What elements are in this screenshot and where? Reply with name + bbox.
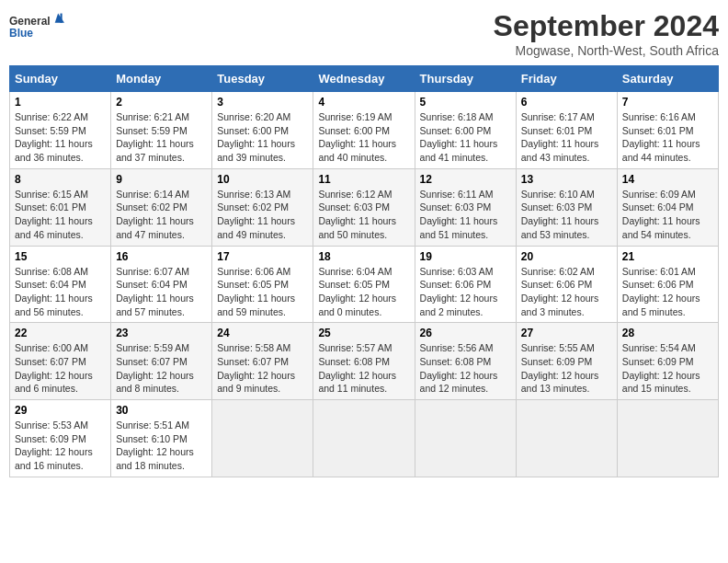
- header-wednesday: Wednesday: [313, 66, 415, 92]
- generalblue-logo-icon: General Blue: [9, 9, 64, 46]
- day-number: 18: [318, 250, 409, 263]
- calendar-cell: 27 Sunrise: 5:55 AMSunset: 6:09 PMDaylig…: [516, 323, 617, 400]
- day-number: 15: [15, 250, 106, 263]
- day-info: Sunrise: 6:02 AMSunset: 6:06 PMDaylight:…: [521, 266, 599, 317]
- svg-text:Blue: Blue: [9, 27, 33, 40]
- day-info: Sunrise: 6:09 AMSunset: 6:04 PMDaylight:…: [622, 189, 700, 240]
- day-number: 28: [622, 327, 713, 339]
- calendar-cell: 29 Sunrise: 5:53 AMSunset: 6:09 PMDaylig…: [10, 400, 111, 477]
- day-number: 1: [15, 96, 106, 109]
- calendar-cell: [617, 400, 718, 477]
- calendar-cell: [313, 400, 415, 477]
- calendar-cell: 21 Sunrise: 6:01 AMSunset: 6:06 PMDaylig…: [617, 246, 718, 323]
- day-info: Sunrise: 6:11 AMSunset: 6:03 PMDaylight:…: [420, 189, 498, 240]
- calendar-week-row: 22 Sunrise: 6:00 AMSunset: 6:07 PMDaylig…: [10, 323, 719, 400]
- day-info: Sunrise: 6:19 AMSunset: 6:00 PMDaylight:…: [318, 111, 396, 163]
- day-info: Sunrise: 5:57 AMSunset: 6:08 PMDaylight:…: [318, 342, 396, 394]
- day-number: 9: [116, 173, 207, 186]
- svg-marker-2: [55, 14, 64, 23]
- calendar-cell: 10 Sunrise: 6:13 AMSunset: 6:02 PMDaylig…: [212, 168, 313, 246]
- svg-text:General: General: [9, 15, 51, 28]
- day-number: 5: [420, 96, 511, 109]
- day-info: Sunrise: 6:12 AMSunset: 6:03 PMDaylight:…: [318, 189, 396, 240]
- page-subtitle: Mogwase, North-West, South Africa: [494, 43, 719, 58]
- day-number: 30: [116, 404, 207, 417]
- day-info: Sunrise: 6:01 AMSunset: 6:06 PMDaylight:…: [622, 266, 700, 317]
- calendar-cell: 30 Sunrise: 5:51 AMSunset: 6:10 PMDaylig…: [111, 400, 212, 477]
- calendar-cell: 14 Sunrise: 6:09 AMSunset: 6:04 PMDaylig…: [617, 168, 718, 246]
- calendar-cell: 19 Sunrise: 6:03 AMSunset: 6:06 PMDaylig…: [415, 246, 516, 323]
- day-info: Sunrise: 5:56 AMSunset: 6:08 PMDaylight:…: [420, 342, 498, 394]
- day-number: 17: [217, 250, 308, 263]
- calendar-week-row: 15 Sunrise: 6:08 AMSunset: 6:04 PMDaylig…: [10, 246, 719, 323]
- calendar-cell: 26 Sunrise: 5:56 AMSunset: 6:08 PMDaylig…: [415, 323, 516, 400]
- calendar-cell: 8 Sunrise: 6:15 AMSunset: 6:01 PMDayligh…: [10, 168, 111, 246]
- calendar-cell: 25 Sunrise: 5:57 AMSunset: 6:08 PMDaylig…: [313, 323, 415, 400]
- day-number: 3: [217, 96, 308, 109]
- day-number: 13: [521, 173, 612, 186]
- calendar-cell: 6 Sunrise: 6:17 AMSunset: 6:01 PMDayligh…: [516, 92, 617, 169]
- header-monday: Monday: [111, 66, 212, 92]
- header-thursday: Thursday: [415, 66, 516, 92]
- calendar-cell: 3 Sunrise: 6:20 AMSunset: 6:00 PMDayligh…: [212, 92, 313, 169]
- title-block: September 2024 Mogwase, North-West, Sout…: [494, 9, 719, 58]
- day-info: Sunrise: 6:18 AMSunset: 6:00 PMDaylight:…: [420, 111, 498, 163]
- calendar-cell: 13 Sunrise: 6:10 AMSunset: 6:03 PMDaylig…: [516, 168, 617, 246]
- day-number: 7: [622, 96, 713, 109]
- calendar-cell: 12 Sunrise: 6:11 AMSunset: 6:03 PMDaylig…: [415, 168, 516, 246]
- day-info: Sunrise: 6:13 AMSunset: 6:02 PMDaylight:…: [217, 189, 295, 240]
- calendar-week-row: 1 Sunrise: 6:22 AMSunset: 5:59 PMDayligh…: [10, 92, 719, 169]
- calendar-cell: 9 Sunrise: 6:14 AMSunset: 6:02 PMDayligh…: [111, 168, 212, 246]
- calendar-header-row: Sunday Monday Tuesday Wednesday Thursday…: [10, 66, 719, 92]
- day-number: 6: [521, 96, 612, 109]
- day-number: 21: [622, 250, 713, 263]
- day-info: Sunrise: 6:15 AMSunset: 6:01 PMDaylight:…: [15, 189, 93, 240]
- day-number: 22: [15, 327, 106, 339]
- day-info: Sunrise: 6:06 AMSunset: 6:05 PMDaylight:…: [217, 266, 295, 317]
- calendar-cell: 18 Sunrise: 6:04 AMSunset: 6:05 PMDaylig…: [313, 246, 415, 323]
- day-info: Sunrise: 6:08 AMSunset: 6:04 PMDaylight:…: [15, 266, 93, 317]
- calendar-cell: 4 Sunrise: 6:19 AMSunset: 6:00 PMDayligh…: [313, 92, 415, 169]
- calendar-cell: 24 Sunrise: 5:58 AMSunset: 6:07 PMDaylig…: [212, 323, 313, 400]
- day-number: 2: [116, 96, 207, 109]
- calendar-cell: [516, 400, 617, 477]
- day-number: 24: [217, 327, 308, 339]
- day-info: Sunrise: 6:14 AMSunset: 6:02 PMDaylight:…: [116, 189, 194, 240]
- day-info: Sunrise: 5:51 AMSunset: 6:10 PMDaylight:…: [116, 419, 194, 471]
- day-info: Sunrise: 6:22 AMSunset: 5:59 PMDaylight:…: [15, 111, 93, 163]
- page-title: September 2024: [494, 9, 719, 43]
- calendar-cell: 1 Sunrise: 6:22 AMSunset: 5:59 PMDayligh…: [10, 92, 111, 169]
- logo: General Blue: [9, 9, 64, 46]
- header-saturday: Saturday: [617, 66, 718, 92]
- day-info: Sunrise: 6:00 AMSunset: 6:07 PMDaylight:…: [15, 342, 93, 394]
- calendar-cell: 23 Sunrise: 5:59 AMSunset: 6:07 PMDaylig…: [111, 323, 212, 400]
- calendar-cell: 28 Sunrise: 5:54 AMSunset: 6:09 PMDaylig…: [617, 323, 718, 400]
- header-tuesday: Tuesday: [212, 66, 313, 92]
- calendar-cell: 2 Sunrise: 6:21 AMSunset: 5:59 PMDayligh…: [111, 92, 212, 169]
- day-info: Sunrise: 6:20 AMSunset: 6:00 PMDaylight:…: [217, 111, 295, 163]
- page-header: General Blue September 2024 Mogwase, Nor…: [9, 9, 719, 58]
- calendar-cell: 20 Sunrise: 6:02 AMSunset: 6:06 PMDaylig…: [516, 246, 617, 323]
- calendar-cell: 7 Sunrise: 6:16 AMSunset: 6:01 PMDayligh…: [617, 92, 718, 169]
- day-info: Sunrise: 5:58 AMSunset: 6:07 PMDaylight:…: [217, 342, 295, 394]
- day-info: Sunrise: 6:07 AMSunset: 6:04 PMDaylight:…: [116, 266, 194, 317]
- calendar-cell: [415, 400, 516, 477]
- calendar-cell: [212, 400, 313, 477]
- day-info: Sunrise: 6:03 AMSunset: 6:06 PMDaylight:…: [420, 266, 498, 317]
- day-number: 29: [15, 404, 106, 417]
- calendar-table: Sunday Monday Tuesday Wednesday Thursday…: [9, 65, 719, 477]
- day-info: Sunrise: 6:04 AMSunset: 6:05 PMDaylight:…: [318, 266, 396, 317]
- header-sunday: Sunday: [10, 66, 111, 92]
- calendar-cell: 16 Sunrise: 6:07 AMSunset: 6:04 PMDaylig…: [111, 246, 212, 323]
- day-number: 25: [318, 327, 409, 339]
- calendar-cell: 15 Sunrise: 6:08 AMSunset: 6:04 PMDaylig…: [10, 246, 111, 323]
- calendar-cell: 5 Sunrise: 6:18 AMSunset: 6:00 PMDayligh…: [415, 92, 516, 169]
- day-number: 12: [420, 173, 511, 186]
- day-info: Sunrise: 6:21 AMSunset: 5:59 PMDaylight:…: [116, 111, 194, 163]
- day-number: 8: [15, 173, 106, 186]
- day-info: Sunrise: 6:10 AMSunset: 6:03 PMDaylight:…: [521, 189, 599, 240]
- day-number: 16: [116, 250, 207, 263]
- day-info: Sunrise: 5:55 AMSunset: 6:09 PMDaylight:…: [521, 342, 599, 394]
- day-info: Sunrise: 5:59 AMSunset: 6:07 PMDaylight:…: [116, 342, 194, 394]
- day-number: 26: [420, 327, 511, 339]
